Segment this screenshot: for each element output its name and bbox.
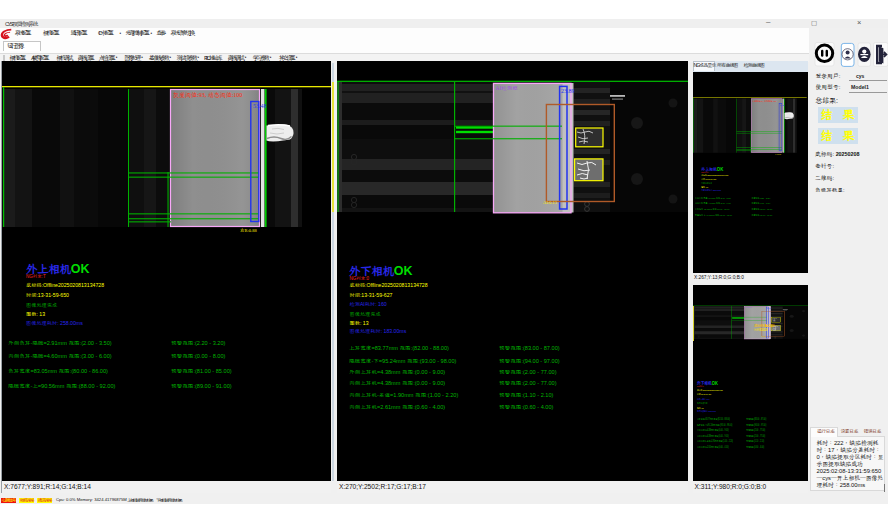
- svg-text:右R:0.88: 右R:0.88: [775, 153, 781, 155]
- svg-text:53.48: 53.48: [779, 104, 784, 107]
- svg-text:灰度阈值:93, 动态阈值:100: 灰度阈值:93, 动态阈值:100: [752, 99, 777, 103]
- svg-text:23.89: 23.89: [561, 87, 575, 95]
- svg-text:AI检测框: AI检测框: [496, 84, 519, 92]
- svg-text:AI:0.13: AI:0.13: [543, 199, 558, 205]
- svg-text:右R:0.88: 右R:0.88: [240, 227, 257, 233]
- svg-text:灰度阈值:93, 动态阈值:100: 灰度阈值:93, 动态阈值:100: [173, 91, 242, 99]
- svg-text:53.48: 53.48: [253, 102, 267, 110]
